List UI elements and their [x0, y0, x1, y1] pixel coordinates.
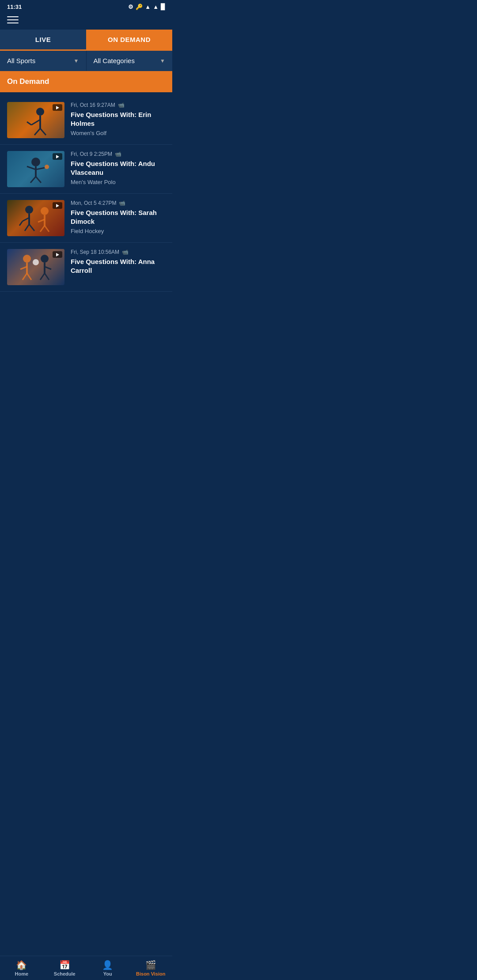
thumbnail-4 [7, 249, 64, 285]
menu-button[interactable] [7, 16, 19, 23]
nav-schedule-label: Schedule [54, 971, 76, 976]
vpn-icon: 🔑 [136, 4, 143, 10]
header [0, 12, 172, 30]
schedule-icon: 📅 [59, 961, 70, 969]
settings-icon: ⚙ [128, 4, 133, 10]
svg-point-8 [31, 158, 40, 166]
item-info-1: Fri, Oct 16 9:27AM 📹 Five Questions With… [71, 102, 165, 136]
item-date-4: Fri, Sep 18 10:56AM 📹 [71, 249, 165, 255]
thumbnail-3 [7, 200, 64, 236]
item-date-2: Fri, Oct 9 2:25PM 📹 [71, 151, 165, 157]
video-badge-4 [53, 251, 62, 258]
nav-you[interactable]: 👤 You [86, 956, 129, 980]
wifi-icon: ▲ [153, 4, 159, 10]
nav-bison-vision[interactable]: 🎬 Bison Vision [129, 956, 173, 980]
thumbnail-2 [7, 151, 64, 187]
item-sport-1: Women's Golf [71, 130, 165, 136]
item-info-2: Fri, Oct 9 2:25PM 📹 Five Questions With:… [71, 151, 165, 185]
svg-point-22 [41, 207, 49, 215]
video-icon-3: 📹 [119, 200, 125, 206]
categories-filter[interactable]: All Categories ▼ [87, 51, 173, 71]
battery-icon: ▉ [161, 4, 165, 10]
item-info-4: Fri, Sep 18 10:56AM 📹 Five Questions Wit… [71, 249, 165, 277]
item-sport-3: Field Hockey [71, 228, 165, 234]
svg-point-33 [41, 255, 49, 263]
thumbnail-1 [7, 102, 64, 138]
status-icons: ⚙ 🔑 ▲ ▲ ▉ [128, 4, 165, 10]
tab-on-demand[interactable]: ON DEMAND [86, 30, 172, 49]
status-time: 11:31 [7, 4, 22, 10]
you-icon: 👤 [102, 961, 113, 969]
video-badge-3 [53, 202, 62, 209]
sports-dropdown-icon: ▼ [74, 58, 79, 64]
svg-point-38 [33, 259, 39, 265]
categories-dropdown-icon: ▼ [160, 58, 165, 64]
item-sport-2: Men's Water Polo [71, 179, 165, 185]
content-list: Fri, Oct 16 9:27AM 📹 Five Questions With… [0, 96, 172, 327]
item-date-1: Fri, Oct 16 9:27AM 📹 [71, 102, 165, 108]
video-icon-4: 📹 [122, 249, 129, 255]
content-item-3[interactable]: Mon, Oct 5 4:27PM 📹 Five Questions With:… [0, 194, 172, 243]
signal-icon: ▲ [145, 4, 151, 10]
video-icon-1: 📹 [118, 102, 125, 108]
svg-point-14 [45, 165, 49, 169]
section-header: On Demand [0, 71, 172, 92]
content-item-2[interactable]: Fri, Oct 9 2:25PM 📹 Five Questions With:… [0, 145, 172, 194]
item-title-1: Five Questions With: Erin Holmes [71, 110, 165, 128]
item-info-3: Mon, Oct 5 4:27PM 📹 Five Questions With:… [71, 200, 165, 234]
content-item-4[interactable]: Fri, Sep 18 10:56AM 📹 Five Questions Wit… [0, 243, 172, 292]
video-badge-2 [53, 153, 62, 160]
tab-live[interactable]: LIVE [0, 30, 86, 49]
bottom-nav: 🏠 Home 📅 Schedule 👤 You 🎬 Bison Vision [0, 956, 172, 980]
nav-schedule[interactable]: 📅 Schedule [43, 956, 87, 980]
nav-home-label: Home [15, 971, 28, 976]
status-bar: 11:31 ⚙ 🔑 ▲ ▲ ▉ [0, 0, 172, 12]
nav-you-label: You [103, 971, 112, 976]
sports-filter[interactable]: All Sports ▼ [0, 51, 87, 71]
svg-point-1 [36, 108, 44, 116]
home-icon: 🏠 [16, 961, 27, 969]
nav-home[interactable]: 🏠 Home [0, 956, 43, 980]
content-item-1[interactable]: Fri, Oct 16 9:27AM 📹 Five Questions With… [0, 96, 172, 145]
item-date-3: Mon, Oct 5 4:27PM 📹 [71, 200, 165, 206]
nav-bison-vision-label: Bison Vision [136, 971, 165, 976]
video-badge-1 [53, 104, 62, 111]
tab-bar: LIVE ON DEMAND [0, 30, 172, 51]
item-title-2: Five Questions With: Andu Vlasceanu [71, 159, 165, 177]
video-icon-2: 📹 [115, 151, 121, 157]
item-title-3: Five Questions With: Sarah Dimock [71, 208, 165, 226]
svg-point-28 [23, 255, 31, 263]
svg-point-16 [25, 206, 33, 214]
bison-vision-icon: 🎬 [145, 961, 156, 969]
item-title-4: Five Questions With: Anna Carroll [71, 257, 165, 275]
filter-bar: All Sports ▼ All Categories ▼ [0, 51, 172, 71]
